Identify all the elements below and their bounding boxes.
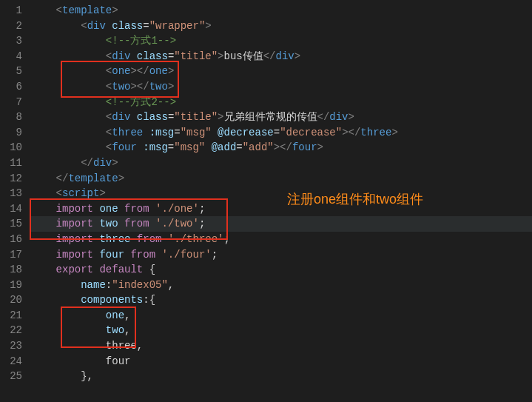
code-line[interactable]: three,	[31, 338, 532, 354]
code-line[interactable]: name:"index05",	[31, 278, 532, 293]
code-line[interactable]: <div class="title">兄弟组件常规的传值</div>	[31, 110, 532, 125]
line-number: 11	[6, 155, 22, 171]
code-line[interactable]: <div class="wrapper">	[31, 19, 532, 34]
code-line[interactable]: </div>	[31, 155, 532, 171]
code-line[interactable]: import three from './three';	[31, 232, 532, 247]
line-number: 1	[6, 3, 22, 19]
line-number: 6	[6, 79, 22, 95]
line-number: 19	[6, 278, 22, 293]
code-line[interactable]: four	[31, 354, 532, 369]
line-number: 17	[6, 247, 22, 263]
code-line[interactable]: <script>	[31, 186, 532, 201]
line-number: 23	[6, 338, 22, 354]
code-line[interactable]: </template>	[31, 171, 532, 187]
line-number: 13	[6, 186, 22, 201]
line-number-gutter: 1234567891011121314151617181920212223242…	[0, 0, 31, 402]
code-editor[interactable]: 1234567891011121314151617181920212223242…	[0, 0, 532, 402]
code-line[interactable]: <!--方式1-->	[31, 33, 532, 49]
code-line[interactable]: export default {	[31, 262, 532, 278]
line-number: 22	[6, 323, 22, 338]
line-number: 24	[6, 354, 22, 369]
code-line[interactable]: <div class="title">bus传值</div>	[31, 49, 532, 64]
line-number: 20	[6, 292, 22, 308]
code-line[interactable]: import four from './four';	[31, 247, 532, 263]
code-line[interactable]: components:{	[31, 292, 532, 308]
code-line[interactable]: },	[31, 369, 532, 384]
code-line[interactable]: import one from './one';	[31, 201, 532, 217]
line-number: 18	[6, 262, 22, 278]
code-line[interactable]: <template>	[31, 3, 532, 19]
code-line[interactable]: one,	[31, 308, 532, 324]
line-number: 7	[6, 95, 22, 110]
line-number: 2	[6, 19, 22, 34]
code-line[interactable]: <one></one>	[31, 64, 532, 79]
line-number: 9	[6, 125, 22, 141]
code-line[interactable]: <three :msg="msg" @decrease="decrease"><…	[31, 125, 532, 141]
line-number: 8	[6, 110, 22, 125]
code-line[interactable]: <!--方式2-->	[31, 95, 532, 110]
code-line[interactable]: <two></two>	[31, 79, 532, 95]
line-number: 21	[6, 308, 22, 324]
code-area[interactable]: <template> <div class="wrapper"> <!--方式1…	[31, 0, 532, 402]
line-number: 10	[6, 140, 22, 155]
code-line[interactable]: import two from './two';	[31, 216, 532, 232]
line-number: 3	[6, 33, 22, 49]
line-number: 14	[6, 201, 22, 217]
line-number: 5	[6, 64, 22, 79]
line-number: 25	[6, 369, 22, 384]
code-line[interactable]: two,	[31, 323, 532, 338]
line-number: 16	[6, 232, 22, 247]
code-line[interactable]: <four :msg="msg" @add="add"></four>	[31, 140, 532, 155]
line-number: 4	[6, 49, 22, 64]
line-number: 12	[6, 171, 22, 187]
line-number: 15	[6, 216, 22, 232]
